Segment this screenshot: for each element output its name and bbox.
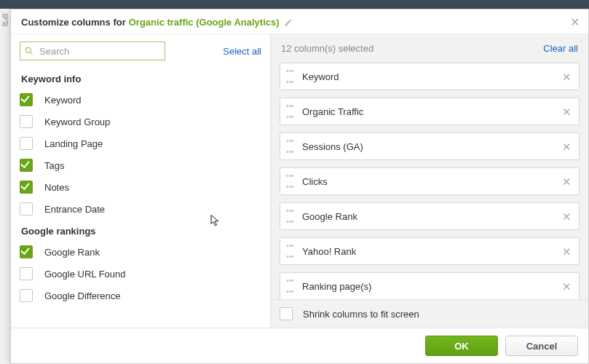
checkbox[interactable] xyxy=(20,181,33,194)
modal-title-name: Organic traffic (Google Analytics) xyxy=(129,17,280,28)
selected-column-chip[interactable]: Yahoo! Rank✕ xyxy=(280,237,580,265)
close-modal-icon[interactable]: ✕ xyxy=(570,17,580,28)
checkbox[interactable] xyxy=(20,93,33,106)
search-icon xyxy=(24,46,34,56)
chip-label: Yahoo! Rank xyxy=(302,246,562,257)
column-option[interactable]: Tags xyxy=(20,154,264,176)
clear-all-link[interactable]: Clear all xyxy=(543,43,578,54)
ok-button[interactable]: OK xyxy=(425,336,498,356)
remove-chip-icon[interactable]: ✕ xyxy=(562,246,572,257)
chip-label: Organic Traffic xyxy=(302,106,562,117)
app-topbar xyxy=(0,0,589,9)
search-input[interactable] xyxy=(20,41,165,60)
modal-header: Customize columns for Organic traffic (G… xyxy=(11,9,588,34)
cancel-button[interactable]: Cancel xyxy=(505,336,578,356)
column-option-label: Google URL Found xyxy=(44,269,126,280)
selected-column-chip[interactable]: Sessions (GA)✕ xyxy=(280,132,580,160)
section-header: Google rankings xyxy=(21,226,264,237)
selected-column-chip[interactable]: Clicks✕ xyxy=(280,167,580,195)
remove-chip-icon[interactable]: ✕ xyxy=(562,281,572,292)
remove-chip-icon[interactable]: ✕ xyxy=(562,176,572,187)
checkbox[interactable] xyxy=(20,202,33,215)
chip-label: Google Rank xyxy=(302,211,562,222)
column-option[interactable]: Landing Page xyxy=(20,132,264,154)
selected-count: 12 column(s) selected xyxy=(281,43,373,54)
selected-column-chip[interactable]: Ranking page(s)✕ xyxy=(280,272,580,299)
select-all-link[interactable]: Select all xyxy=(223,46,261,57)
available-columns-panel: Select all Keyword infoKeywordKeyword Gr… xyxy=(11,34,271,328)
column-option-label: Notes xyxy=(44,182,69,193)
modal-footer: OK Cancel xyxy=(11,328,588,363)
remove-chip-icon[interactable]: ✕ xyxy=(562,106,572,117)
selected-column-chip[interactable]: Google Rank✕ xyxy=(280,202,580,230)
drag-handle-icon[interactable] xyxy=(286,245,293,258)
selected-column-chip[interactable]: Organic Traffic✕ xyxy=(280,98,580,125)
column-option[interactable]: Google Rank xyxy=(20,241,264,263)
search-wrap xyxy=(20,41,165,60)
checkbox[interactable] xyxy=(20,115,33,128)
selected-columns-list[interactable]: Keyword✕Organic Traffic✕Sessions (GA)✕Cl… xyxy=(271,58,588,299)
drag-handle-icon[interactable] xyxy=(286,140,293,153)
checkbox[interactable] xyxy=(20,137,33,150)
left-panel-toolbar: Select all xyxy=(11,34,270,65)
svg-line-1 xyxy=(30,52,32,54)
modal-title-static: Customize columns for xyxy=(21,17,126,28)
chip-label: Keyword xyxy=(302,71,562,82)
column-option[interactable]: Entrance Date xyxy=(20,198,264,220)
chip-label: Clicks xyxy=(302,176,562,187)
column-option[interactable]: Keyword Group xyxy=(20,111,264,132)
column-option-label: Tags xyxy=(44,160,64,171)
checkbox[interactable] xyxy=(20,159,33,172)
shrink-columns-label: Shrink columns to fit screen xyxy=(303,309,419,320)
column-option-label: Google Rank xyxy=(44,247,100,258)
customize-columns-modal: Customize columns for Organic traffic (G… xyxy=(10,9,589,364)
column-option-label: Entrance Date xyxy=(44,204,105,215)
column-option-label: Keyword xyxy=(44,95,82,106)
checkbox[interactable] xyxy=(20,245,33,258)
right-panel-toolbar: 12 column(s) selected Clear all xyxy=(271,34,588,58)
selected-column-chip[interactable]: Keyword✕ xyxy=(280,63,580,90)
drag-handle-icon[interactable] xyxy=(286,105,293,118)
drag-handle-icon[interactable] xyxy=(286,70,293,83)
column-option[interactable]: Notes xyxy=(20,176,264,198)
modal-body: Select all Keyword infoKeywordKeyword Gr… xyxy=(11,34,588,328)
background-sidebar-fragment: igaf xyxy=(0,9,11,364)
edit-title-icon[interactable] xyxy=(284,18,293,27)
selected-columns-panel: 12 column(s) selected Clear all Keyword✕… xyxy=(271,34,588,328)
checkbox[interactable] xyxy=(20,289,33,302)
available-columns-list[interactable]: Keyword infoKeywordKeyword GroupLanding … xyxy=(11,65,270,328)
drag-handle-icon[interactable] xyxy=(286,210,293,223)
svg-point-0 xyxy=(25,47,31,52)
shrink-columns-checkbox[interactable] xyxy=(280,307,293,320)
column-option[interactable]: Google Difference xyxy=(20,285,264,306)
chip-label: Ranking page(s) xyxy=(302,281,562,292)
column-option-label: Keyword Group xyxy=(44,116,110,127)
drag-handle-icon[interactable] xyxy=(286,280,293,293)
checkbox[interactable] xyxy=(20,267,33,280)
section-header: Keyword info xyxy=(21,74,264,84)
remove-chip-icon[interactable]: ✕ xyxy=(562,211,572,222)
right-panel-footer: Shrink columns to fit screen xyxy=(271,299,588,328)
drag-handle-icon[interactable] xyxy=(286,175,293,188)
chip-label: Sessions (GA) xyxy=(302,141,562,152)
remove-chip-icon[interactable]: ✕ xyxy=(562,71,572,82)
column-option-label: Landing Page xyxy=(44,138,103,149)
remove-chip-icon[interactable]: ✕ xyxy=(562,141,572,152)
column-option[interactable]: Keyword xyxy=(20,89,264,111)
column-option[interactable]: Google URL Found xyxy=(20,263,264,285)
column-option-label: Google Difference xyxy=(44,290,121,301)
